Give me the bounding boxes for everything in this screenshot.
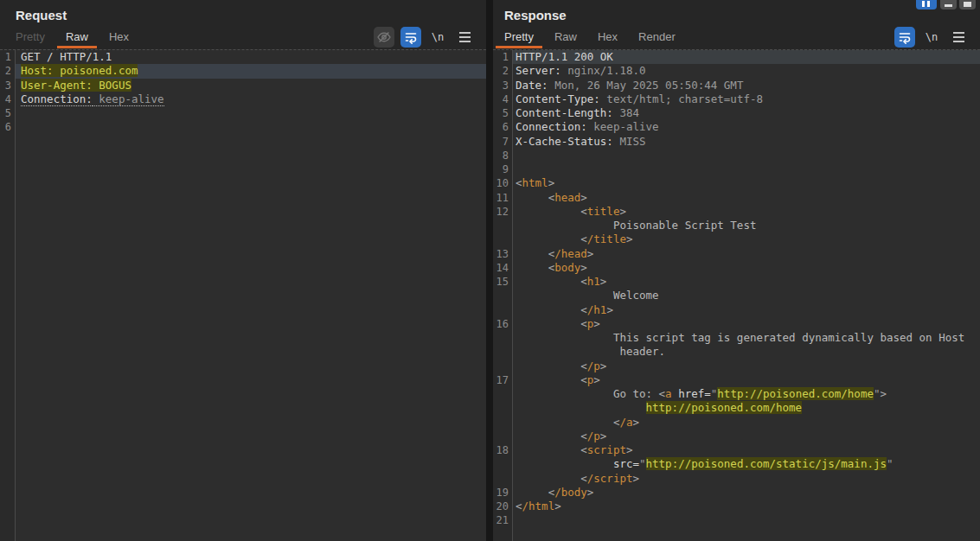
request-panel: Request PrettyRawHex \n [0, 0, 486, 541]
response-panel-title: Response [504, 8, 567, 22]
code-row[interactable] [513, 162, 980, 176]
line-number: 20 [493, 500, 509, 513]
code-row[interactable]: This script tag is generated dynamically… [513, 331, 980, 345]
code-row[interactable]: Content-Length: 384 [513, 106, 980, 120]
line-number: 13 [493, 247, 509, 261]
code-row[interactable]: <html> [513, 176, 980, 190]
request-editor[interactable]: 123456 GET / HTTP/1.1Host: poisoned.comU… [0, 49, 486, 541]
code-row[interactable]: </html> [513, 500, 980, 513]
code-row[interactable]: Content-Type: text/html; charset=utf-8 [513, 92, 980, 106]
line-number [493, 219, 509, 232]
code-row[interactable]: Welcome [513, 289, 980, 302]
line-number [493, 472, 509, 486]
request-tab-bar: PrettyRawHex [5, 26, 139, 49]
tab-hex[interactable]: Hex [587, 26, 628, 49]
panel-divider[interactable] [486, 0, 493, 541]
code-row[interactable]: HTTP/1.1 200 OK [513, 50, 980, 64]
line-number [493, 401, 509, 415]
line-number: 16 [493, 317, 509, 331]
line-number: 10 [493, 176, 509, 190]
response-panel: Response PrettyRawHexRender \n 123456789… [493, 0, 980, 541]
line-number: 3 [493, 79, 509, 92]
wrap-lines-icon[interactable] [400, 27, 421, 48]
line-number [493, 232, 509, 246]
code-row[interactable]: <script> [513, 443, 980, 457]
code-row[interactable]: </p> [513, 430, 980, 443]
line-number: 6 [493, 120, 509, 134]
newline-toggle-icon[interactable]: \n [921, 27, 942, 48]
line-number [493, 360, 509, 373]
code-row[interactable]: src="http://poisoned.com/static/js/main.… [513, 457, 980, 471]
code-row[interactable]: <head> [513, 191, 980, 205]
code-row[interactable]: http://poisoned.com/home [513, 401, 980, 415]
code-row[interactable]: <p> [513, 317, 980, 331]
line-number: 5 [493, 106, 509, 120]
line-number: 11 [493, 191, 509, 205]
code-row[interactable]: </a> [513, 416, 980, 430]
line-number [493, 345, 509, 359]
code-row[interactable]: </title> [513, 232, 980, 246]
code-row[interactable]: X-Cache-Status: MISS [513, 135, 980, 149]
line-number: 3 [0, 79, 11, 92]
code-row[interactable]: Host: poisoned.com [16, 64, 486, 78]
code-row[interactable]: <title> [513, 205, 980, 219]
line-number: 1 [0, 50, 11, 64]
tab-raw[interactable]: Raw [544, 26, 587, 49]
line-number [493, 289, 509, 302]
line-number: 2 [0, 64, 11, 78]
code-row[interactable]: <body> [513, 261, 980, 275]
response-editor[interactable]: 123456789101112131415161718192021 HTTP/1… [493, 49, 980, 541]
line-number: 12 [493, 205, 509, 219]
code-row[interactable]: header. [513, 345, 980, 359]
line-number: 6 [0, 120, 11, 134]
request-code[interactable]: GET / HTTP/1.1Host: poisoned.comUser-Age… [16, 50, 486, 541]
code-row[interactable]: Date: Mon, 26 May 2025 05:50:44 GMT [513, 79, 980, 92]
tab-pretty[interactable]: Pretty [494, 26, 544, 49]
code-row[interactable]: User-Agent: BOGUS [16, 79, 486, 92]
response-tab-bar: PrettyRawHexRender [494, 26, 686, 49]
code-row[interactable]: <p> [513, 373, 980, 387]
line-number: 18 [493, 443, 509, 457]
code-row[interactable] [16, 106, 486, 120]
visibility-off-icon[interactable] [374, 27, 394, 48]
line-number [493, 331, 509, 345]
code-row[interactable]: </head> [513, 247, 980, 261]
code-row[interactable]: </body> [513, 486, 980, 500]
line-number: 9 [493, 162, 509, 176]
request-panel-title: Request [16, 8, 67, 22]
menu-icon[interactable] [454, 27, 475, 48]
tab-pretty[interactable]: Pretty [5, 26, 55, 49]
code-row[interactable]: <h1> [513, 275, 980, 289]
line-number: 5 [0, 106, 11, 120]
line-number: 15 [493, 275, 509, 289]
wrap-lines-icon[interactable] [894, 27, 915, 48]
response-line-numbers: 123456789101112131415161718192021 [493, 50, 513, 541]
code-row[interactable]: Server: nginx/1.18.0 [513, 64, 980, 78]
line-number: 4 [0, 92, 11, 106]
request-line-numbers: 123456 [0, 50, 16, 541]
line-number: 14 [493, 261, 509, 275]
line-number: 17 [493, 373, 509, 387]
line-number [493, 430, 509, 443]
newline-toggle-icon[interactable]: \n [427, 27, 448, 48]
line-number: 21 [493, 513, 509, 527]
tab-hex[interactable]: Hex [99, 26, 139, 49]
menu-icon[interactable] [948, 27, 969, 48]
code-row[interactable]: Connection: keep-alive [513, 120, 980, 134]
code-row[interactable]: Connection: keep-alive [16, 92, 486, 106]
line-number: 2 [493, 64, 509, 78]
code-row[interactable]: Poisonable Script Test [513, 219, 980, 232]
tab-raw[interactable]: Raw [55, 26, 99, 49]
code-row[interactable]: GET / HTTP/1.1 [16, 50, 486, 64]
response-code[interactable]: HTTP/1.1 200 OKServer: nginx/1.18.0Date:… [513, 50, 980, 541]
tab-render[interactable]: Render [628, 26, 686, 49]
code-row[interactable]: </p> [513, 360, 980, 373]
code-row[interactable]: </h1> [513, 303, 980, 317]
request-toolbar: \n [374, 27, 475, 48]
code-row[interactable] [16, 120, 486, 134]
code-row[interactable] [513, 149, 980, 162]
line-number [493, 387, 509, 401]
code-row[interactable]: </script> [513, 472, 980, 486]
code-row[interactable] [513, 513, 980, 527]
code-row[interactable]: Go to: <a href="http://poisoned.com/home… [513, 387, 980, 401]
